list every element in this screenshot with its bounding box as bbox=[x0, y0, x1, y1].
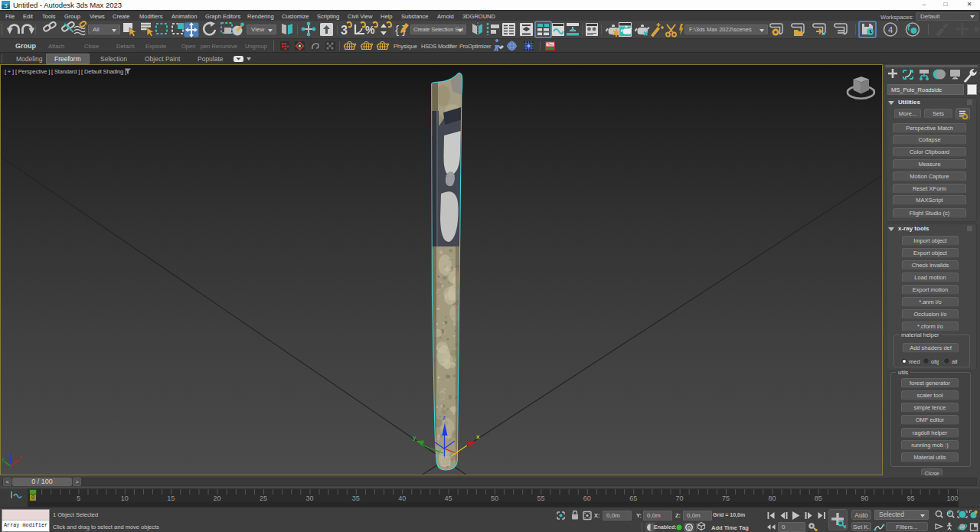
svg-text:4: 4 bbox=[888, 25, 893, 34]
svg-text:y: y bbox=[2, 455, 5, 462]
svg-text:y: y bbox=[413, 434, 416, 441]
svg-text:z: z bbox=[8, 450, 11, 457]
svg-text:x: x bbox=[19, 454, 22, 461]
svg-text:x: x bbox=[476, 433, 480, 440]
svg-text:3: 3 bbox=[4, 2, 8, 9]
svg-text:%: % bbox=[365, 24, 375, 36]
svg-text:Tex: Tex bbox=[547, 43, 554, 47]
svg-text:z: z bbox=[443, 414, 446, 421]
svg-text:3: 3 bbox=[341, 24, 348, 37]
